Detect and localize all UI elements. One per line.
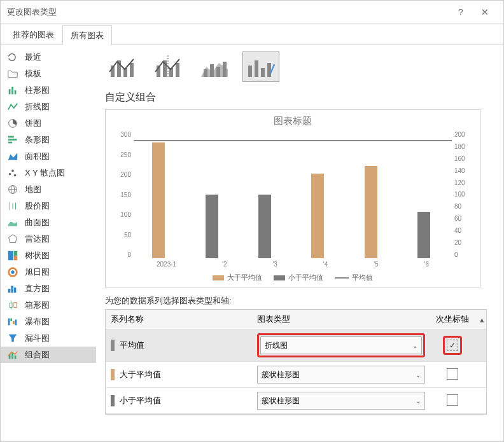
waterfall-icon: [7, 316, 18, 328]
window-title: 更改图表类型: [7, 6, 449, 18]
svg-rect-43: [176, 63, 179, 77]
side-label: 雷达图: [25, 233, 50, 245]
chart-title: 图表标题: [111, 115, 475, 127]
svg-rect-22: [8, 289, 11, 293]
side-line[interactable]: 折线图: [1, 99, 96, 115]
chart-legend: 大于平均值 小于平均值 平均值: [111, 273, 475, 282]
side-sunburst[interactable]: 旭日图: [1, 264, 96, 280]
svg-rect-30: [10, 319, 12, 322]
chart-preview[interactable]: 图表标题 300250200150100500 2001801601401201…: [105, 109, 480, 287]
bar-icon: [7, 134, 18, 146]
svg-point-9: [14, 174, 17, 177]
side-stock[interactable]: 股价图: [1, 198, 96, 214]
secondary-axis-checkbox[interactable]: ✓: [447, 340, 458, 351]
series-type-select[interactable]: 折线图⌄: [260, 336, 422, 354]
side-area[interactable]: 面积图: [1, 148, 96, 165]
map-icon: [7, 184, 18, 195]
chevron-down-icon: ⌄: [412, 342, 417, 349]
side-scatter[interactable]: X Y 散点图: [1, 165, 96, 181]
svg-rect-46: [210, 64, 214, 77]
side-label: 股价图: [25, 200, 50, 212]
series-swatch: [111, 340, 115, 351]
close-button[interactable]: ✕: [473, 7, 497, 17]
svg-rect-24: [14, 287, 17, 293]
series-row-gt[interactable]: 大于平均值 簇状柱形图⌄: [106, 362, 486, 388]
svg-rect-0: [9, 89, 11, 94]
side-surface[interactable]: 曲面图: [1, 214, 96, 231]
svg-point-21: [11, 270, 14, 273]
series-swatch: [111, 369, 115, 380]
side-combo[interactable]: 组合图: [1, 347, 96, 363]
folder-icon: [7, 68, 18, 79]
side-label: 面积图: [25, 151, 50, 162]
series-row-avg[interactable]: 平均值 折线图⌄ ✓: [106, 329, 486, 362]
combo-subtype-row: [105, 52, 494, 82]
combo-thumb-custom[interactable]: [242, 52, 279, 82]
pie-icon: [7, 118, 18, 129]
side-label: 柱形图: [25, 85, 50, 96]
secondary-axis-checkbox[interactable]: [447, 394, 458, 406]
svg-rect-4: [8, 136, 14, 138]
side-pie[interactable]: 饼图: [1, 115, 96, 132]
side-label: 最近: [25, 52, 41, 63]
chevron-down-icon: ⌄: [416, 371, 421, 378]
surface-icon: [7, 217, 18, 228]
secondary-axis-checkbox[interactable]: [447, 368, 458, 380]
series-type-select[interactable]: 簇状柱形图⌄: [257, 392, 425, 410]
side-box[interactable]: 箱形图: [1, 297, 96, 314]
side-radar[interactable]: 雷达图: [1, 231, 96, 247]
box-icon: [7, 300, 18, 311]
side-bar[interactable]: 条形图: [1, 132, 96, 148]
side-label: 饼图: [25, 118, 41, 129]
svg-point-7: [9, 173, 11, 176]
side-funnel[interactable]: 漏斗图: [1, 330, 96, 347]
side-label: 折线图: [25, 101, 50, 113]
side-column[interactable]: 柱形图: [1, 82, 96, 99]
combo-thumb-3[interactable]: [197, 52, 234, 82]
svg-rect-48: [223, 62, 227, 77]
tab-all-charts[interactable]: 所有图表: [62, 25, 112, 45]
svg-rect-51: [261, 68, 265, 77]
svg-rect-45: [204, 69, 207, 77]
side-map[interactable]: 地图: [1, 181, 96, 198]
chevron-down-icon: ⌄: [416, 397, 421, 404]
side-histogram[interactable]: 直方图: [1, 280, 96, 297]
svg-rect-23: [11, 286, 13, 293]
series-table: 系列名称 图表类型 次坐标轴 ▴ 平均值 折线图⌄ ✓ 大于平均值 簇状柱形图⌄…: [105, 309, 487, 415]
svg-rect-2: [15, 90, 17, 94]
combo-thumb-1[interactable]: [105, 52, 142, 82]
svg-rect-50: [255, 60, 258, 77]
funnel-icon: [7, 333, 18, 344]
histogram-icon: [7, 283, 18, 294]
treemap-icon: [7, 250, 18, 261]
series-row-lt[interactable]: 小于平均值 簇状柱形图⌄: [106, 388, 486, 414]
series-name: 大于平均值: [120, 369, 161, 380]
y-axis-left: 300250200150100500: [112, 131, 131, 258]
svg-rect-49: [248, 66, 252, 77]
scatter-icon: [7, 167, 18, 179]
side-recent[interactable]: 最近: [1, 49, 96, 66]
combo-thumb-2[interactable]: [151, 52, 188, 82]
svg-rect-19: [14, 256, 17, 260]
stock-icon: [7, 200, 18, 212]
side-waterfall[interactable]: 瀑布图: [1, 314, 96, 330]
series-type-select[interactable]: 簇状柱形图⌄: [257, 366, 425, 383]
svg-rect-31: [13, 321, 15, 324]
help-button[interactable]: ?: [449, 7, 473, 17]
svg-rect-1: [11, 87, 13, 95]
side-label: 直方图: [25, 283, 50, 294]
svg-rect-47: [216, 67, 220, 77]
tab-recommended[interactable]: 推荐的图表: [4, 25, 62, 45]
side-template[interactable]: 模板: [1, 66, 96, 82]
svg-point-8: [11, 170, 14, 172]
scroll-up-icon[interactable]: ▴: [475, 311, 486, 328]
side-label: 箱形图: [25, 300, 50, 311]
column-icon: [7, 85, 18, 96]
col-header-name: 系列名称: [106, 310, 252, 329]
side-label: 条形图: [25, 134, 50, 146]
side-treemap[interactable]: 树状图: [1, 247, 96, 264]
recent-icon: [7, 52, 18, 63]
y-axis-right: 200180160140120100806040200: [454, 131, 473, 258]
plot-area: 300250200150100500 200180160140120100806…: [134, 131, 452, 258]
svg-rect-39: [130, 63, 134, 77]
